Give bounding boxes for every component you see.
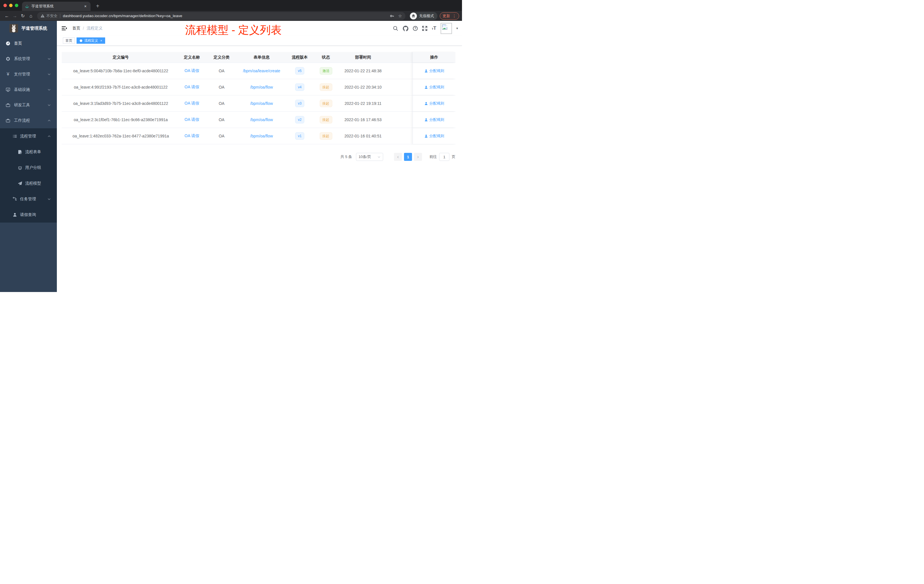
definition-name-link[interactable]: OA 请假	[185, 101, 199, 106]
robot-face-icon	[18, 165, 22, 170]
sidebar-item-payment[interactable]: ¥ 支付管理	[0, 66, 57, 82]
back-icon[interactable]: ←	[3, 13, 11, 18]
reload-icon[interactable]: ↻	[19, 13, 27, 18]
prev-page-button[interactable]: ‹	[394, 153, 402, 161]
page-content: 定义编号 定义名称 定义分类 表单信息 流程版本 状态 部署时间 操作 oa_l…	[57, 46, 462, 292]
incognito-spy-icon	[410, 13, 417, 20]
definition-name-link[interactable]: OA 请假	[185, 84, 199, 90]
breadcrumb-home[interactable]: 首页	[72, 26, 80, 31]
form-link[interactable]: /bpm/oa/flow	[250, 101, 273, 106]
avatar-caret-icon[interactable]: ▾	[456, 26, 458, 30]
tag-process-definition[interactable]: 流程定义 ×	[77, 38, 105, 44]
assign-rule-button[interactable]: 分配规则	[424, 134, 444, 139]
assign-rule-button[interactable]: 分配规则	[424, 101, 444, 106]
chevron-down-icon	[378, 155, 381, 158]
sidebar-item-infrastructure[interactable]: 基础设施	[0, 82, 57, 97]
minimize-window-button[interactable]	[9, 4, 13, 7]
assign-rule-button[interactable]: 分配规则	[424, 117, 444, 122]
search-icon[interactable]	[393, 26, 398, 31]
sidebar-item-task-management[interactable]: 任务管理	[0, 191, 57, 207]
sidebar-item-process-management[interactable]: 流程管理	[0, 128, 57, 144]
not-secure-label[interactable]: 不安全	[46, 13, 58, 18]
cell-definition-id: oa_leave:2:3c1f0ef1-76b1-11ec-9c66-a2380…	[62, 112, 180, 128]
main-area: 首页 / 流程定义 ? тT	[57, 21, 462, 292]
sidebar-item-process-form[interactable]: 流程表单	[0, 144, 57, 160]
fullscreen-icon[interactable]	[422, 26, 427, 31]
incognito-label: 无痕模式	[419, 13, 434, 18]
breadcrumb-separator: /	[83, 26, 84, 31]
version-badge: v5	[295, 67, 305, 74]
chevron-down-icon	[48, 73, 51, 76]
table-row: oa_leave:2:3c1f0ef1-76b1-11ec-9c66-a2380…	[62, 112, 455, 128]
definition-name-link[interactable]: OA 请假	[185, 117, 199, 122]
bookmark-star-icon[interactable]: ☆	[398, 13, 402, 18]
form-link[interactable]: /bpm/oa/flow	[250, 134, 273, 138]
home-icon[interactable]: ⌂	[27, 13, 35, 18]
table-row: oa_leave:5:004b710b-7b8a-11ec-8ef0-acde4…	[62, 63, 455, 79]
sidebar-item-home[interactable]: 首页	[0, 36, 57, 51]
help-icon[interactable]: ?	[413, 26, 418, 31]
new-tab-button[interactable]: +	[94, 2, 101, 10]
sidebar-item-process-model[interactable]: 流程模型	[0, 175, 57, 191]
close-window-button[interactable]	[3, 4, 7, 7]
avatar[interactable]	[441, 23, 452, 34]
app-frame: 芋道管理系统 首页 系统管理 ¥ 支付管理	[0, 21, 462, 292]
paper-plane-icon	[18, 181, 22, 186]
page-size-select[interactable]: 10条/页	[356, 153, 383, 161]
current-page-button[interactable]: 1	[404, 153, 412, 161]
address-bar[interactable]: 不安全 dashboard.yudao.iocoder.cn/bpm/manag…	[37, 12, 406, 20]
definition-name-link[interactable]: OA 请假	[185, 134, 199, 139]
form-link[interactable]: /bpm/oa/flow	[250, 117, 273, 122]
tag-home[interactable]: 首页	[63, 38, 75, 44]
chevron-up-icon	[48, 135, 51, 138]
cell-deploy-time: 2022-01-22 19:19:11	[336, 96, 390, 111]
col-header-category: 定义分类	[204, 52, 239, 63]
password-key-icon[interactable]	[390, 14, 394, 18]
definition-name-link[interactable]: OA 请假	[185, 68, 199, 73]
sidebar-item-leave-query[interactable]: 请假查询	[0, 207, 57, 223]
next-page-button[interactable]: ›	[414, 153, 422, 161]
status-badge: 挂起	[320, 100, 332, 107]
sidebar-collapse-icon[interactable]	[61, 25, 67, 31]
github-icon[interactable]	[403, 25, 409, 31]
cell-definition-id: oa_leave:4:991f2193-7b7f-11ec-a3c8-acde4…	[62, 79, 180, 95]
font-size-icon[interactable]: тT	[432, 26, 436, 31]
version-badge: v1	[295, 132, 305, 140]
assign-rule-button[interactable]: 分配规则	[424, 68, 444, 73]
tab-close-icon[interactable]: ×	[83, 4, 88, 8]
assign-rule-button[interactable]: 分配规则	[424, 84, 444, 90]
browser-update-button[interactable]: 更新 ⋮	[440, 12, 459, 20]
breadcrumb: 首页 / 流程定义	[72, 26, 102, 31]
chevron-down-icon	[48, 88, 51, 91]
col-header-id: 定义编号	[62, 52, 180, 63]
table-row: oa_leave:3:1fad3d93-7b75-11ec-a3c8-acde4…	[62, 96, 455, 112]
favicon-plant-icon	[25, 4, 29, 8]
cell-definition-id: oa_leave:5:004b710b-7b8a-11ec-8ef0-acde4…	[62, 63, 180, 79]
logo-rabbit-avatar	[10, 24, 18, 33]
cell-definition-id: oa_leave:1:482ec033-762a-11ec-8477-a2380…	[62, 128, 180, 144]
sidebar-logo-row[interactable]: 芋道管理系统	[0, 21, 57, 36]
zoom-window-button[interactable]	[15, 4, 18, 7]
sidebar-item-workflow[interactable]: 工作流程	[0, 113, 57, 128]
toolbox-icon	[6, 103, 10, 107]
tab-strip: 芋道管理系统 × +	[0, 0, 462, 11]
chevron-up-icon	[48, 119, 51, 122]
cell-category: OA	[204, 63, 239, 79]
forward-icon[interactable]: →	[11, 13, 19, 18]
sidebar-item-dev-tools[interactable]: 研发工具	[0, 97, 57, 113]
cell-deploy-time: 2022-01-16 17:46:53	[336, 112, 390, 128]
url-text[interactable]: dashboard.yudao.iocoder.cn/bpm/manager/d…	[63, 14, 182, 18]
pagination-total: 共 5 条	[341, 154, 352, 159]
sidebar-item-system[interactable]: 系统管理	[0, 51, 57, 66]
sidebar-item-user-group[interactable]: 用户分组	[0, 160, 57, 175]
browser-tab[interactable]: 芋道管理系统 ×	[22, 2, 91, 11]
goto-page: 前往 页	[429, 153, 455, 161]
table-header-row: 定义编号 定义名称 定义分类 表单信息 流程版本 状态 部署时间 操作	[62, 52, 455, 63]
form-link[interactable]: /bpm/oa/flow	[250, 85, 273, 89]
goto-page-input[interactable]	[439, 153, 449, 161]
tag-close-icon[interactable]: ×	[100, 39, 102, 42]
cell-deploy-time: 2022-01-16 01:40:51	[336, 128, 390, 144]
browser-menu-icon[interactable]: ⋮	[452, 14, 456, 18]
form-link[interactable]: /bpm/oa/leave/create	[243, 69, 280, 73]
chevron-down-icon	[48, 104, 51, 107]
